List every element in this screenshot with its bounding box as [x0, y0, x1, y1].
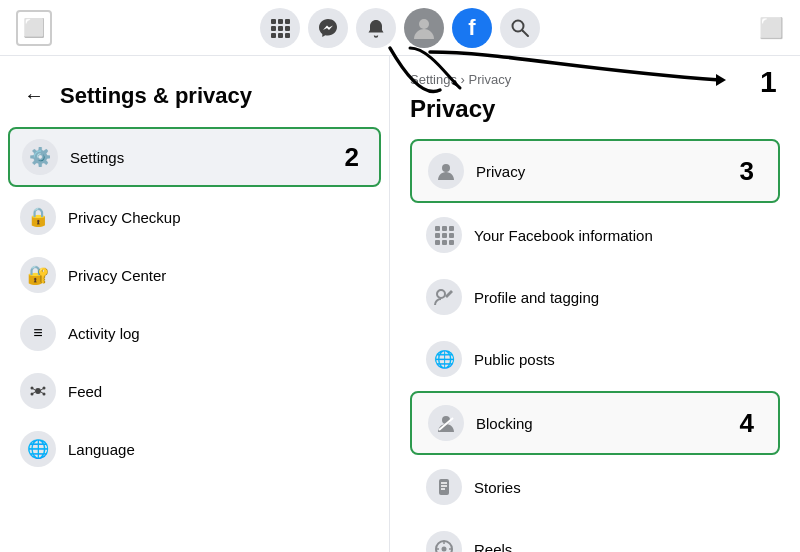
sidebar-item-feed[interactable]: Feed: [8, 363, 381, 419]
profile-tagging-icon: [426, 279, 462, 315]
svg-rect-26: [442, 233, 447, 238]
svg-point-39: [442, 547, 447, 552]
svg-point-12: [35, 388, 41, 394]
annotation-2: 2: [345, 142, 367, 173]
panel-item-blocking[interactable]: Blocking 4: [410, 391, 780, 455]
bell-icon: [365, 17, 387, 39]
svg-rect-23: [442, 226, 447, 231]
sidebar-header: ← Settings & privacy: [8, 72, 381, 119]
svg-rect-1: [278, 19, 283, 24]
sidebar-item-privacy-checkup[interactable]: 🔒 Privacy Checkup: [8, 189, 381, 245]
grid-button[interactable]: [260, 8, 300, 48]
top-nav: ⬜: [0, 0, 800, 56]
sidebar-item-privacy-center[interactable]: 🔐 Privacy Center: [8, 247, 381, 303]
svg-line-11: [523, 30, 529, 36]
svg-rect-5: [285, 26, 290, 31]
sidebar-item-activity-log[interactable]: ≡ Activity log: [8, 305, 381, 361]
reels-icon: [426, 531, 462, 552]
notifications-button[interactable]: [356, 8, 396, 48]
svg-rect-24: [449, 226, 454, 231]
avatar-icon: [411, 15, 437, 41]
activity-log-label: Activity log: [68, 325, 140, 342]
sidebar-item-settings[interactable]: ⚙️ Settings 2: [8, 127, 381, 187]
main-content: ← Settings & privacy ⚙️ Settings 2 🔒 Pri…: [0, 56, 800, 552]
sidebar-item-language[interactable]: 🌐 Language: [8, 421, 381, 477]
svg-point-31: [437, 290, 445, 298]
panel-item-reels[interactable]: Reels: [410, 519, 780, 552]
privacy-checkup-label: Privacy Checkup: [68, 209, 181, 226]
reels-label: Reels: [474, 541, 512, 553]
panel-item-privacy[interactable]: Privacy 3: [410, 139, 780, 203]
public-posts-icon: 🌐: [426, 341, 462, 377]
activity-log-icon: ≡: [20, 315, 56, 351]
svg-rect-8: [285, 33, 290, 38]
privacy-checkup-icon: 🔒: [20, 199, 56, 235]
svg-rect-29: [442, 240, 447, 245]
sidebar: ← Settings & privacy ⚙️ Settings 2 🔒 Pri…: [0, 56, 390, 552]
svg-rect-30: [449, 240, 454, 245]
back-button[interactable]: ←: [20, 80, 48, 111]
panel-title: Privacy: [410, 95, 780, 123]
search-button[interactable]: [500, 8, 540, 48]
panel-item-profile-tagging[interactable]: Profile and tagging: [410, 267, 780, 327]
search-icon: [510, 18, 530, 38]
right-panel: Settings › Privacy Privacy Privacy 3: [390, 56, 800, 552]
settings-label: Settings: [70, 149, 124, 166]
panel-item-facebook-info[interactable]: Your Facebook information: [410, 205, 780, 265]
sidebar-title: Settings & privacy: [60, 83, 252, 109]
svg-rect-3: [271, 26, 276, 31]
annotation-3: 3: [740, 156, 762, 187]
privacy-center-label: Privacy Center: [68, 267, 166, 284]
window-controls: ⬜: [759, 16, 784, 40]
svg-rect-4: [278, 26, 283, 31]
blocking-label: Blocking: [476, 415, 533, 432]
settings-icon: ⚙️: [22, 139, 58, 175]
svg-rect-6: [271, 33, 276, 38]
avatar-button[interactable]: [404, 8, 444, 48]
svg-rect-7: [278, 33, 283, 38]
feed-label: Feed: [68, 383, 102, 400]
blocking-icon: [428, 405, 464, 441]
public-posts-label: Public posts: [474, 351, 555, 368]
stories-icon: [426, 469, 462, 505]
annotation-4: 4: [740, 408, 762, 439]
fb-logo-letter: f: [468, 15, 475, 41]
svg-rect-27: [449, 233, 454, 238]
facebook-info-label: Your Facebook information: [474, 227, 653, 244]
svg-point-9: [419, 19, 429, 29]
stories-label: Stories: [474, 479, 521, 496]
svg-rect-25: [435, 233, 440, 238]
privacy-item-label: Privacy: [476, 163, 525, 180]
facebook-logo[interactable]: f: [452, 8, 492, 48]
facebook-info-icon: [426, 217, 462, 253]
grid-icon: [270, 18, 290, 38]
privacy-item-icon: [428, 153, 464, 189]
svg-rect-0: [271, 19, 276, 24]
panel-item-public-posts[interactable]: 🌐 Public posts: [410, 329, 780, 389]
nav-left: ⬜: [16, 10, 52, 46]
messenger-icon: [317, 17, 339, 39]
privacy-center-icon: 🔐: [20, 257, 56, 293]
feed-icon: [20, 373, 56, 409]
messenger-button[interactable]: [308, 8, 348, 48]
nav-right: ⬜: [759, 16, 784, 40]
profile-tagging-label: Profile and tagging: [474, 289, 599, 306]
panel-item-stories[interactable]: Stories: [410, 457, 780, 517]
language-label: Language: [68, 441, 135, 458]
svg-rect-34: [439, 479, 449, 495]
svg-point-21: [442, 164, 450, 172]
window-icon: ⬜: [16, 10, 52, 46]
breadcrumb: Settings › Privacy: [410, 72, 780, 87]
svg-rect-28: [435, 240, 440, 245]
svg-rect-2: [285, 19, 290, 24]
language-icon: 🌐: [20, 431, 56, 467]
nav-center: f: [260, 8, 540, 48]
svg-rect-22: [435, 226, 440, 231]
